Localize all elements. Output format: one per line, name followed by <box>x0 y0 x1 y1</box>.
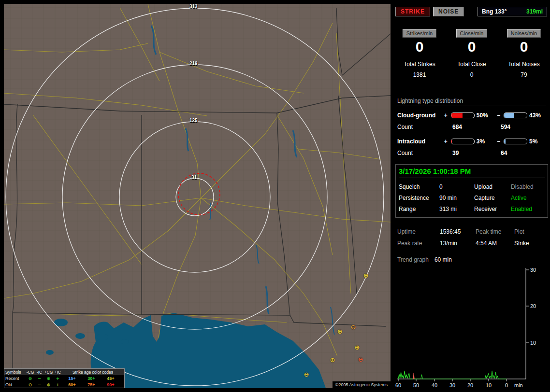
status-box: 3/17/2026 1:00:18 PM Squelch 0 Upload Di… <box>395 164 548 218</box>
plus-sign: + <box>442 138 449 145</box>
ic-plus-bar-fill <box>451 139 452 144</box>
x-tick: 40 <box>432 382 437 388</box>
plus-sign: + <box>442 112 449 119</box>
cg-plus-bar <box>451 112 475 118</box>
age-code: 60+ <box>62 382 82 387</box>
pos-cg-icon: ⊕ <box>44 382 53 387</box>
strike-symbol-cg-plus: ⊕ <box>363 272 369 279</box>
bearing-label: Bng 133° <box>482 8 507 15</box>
legend-symbols-header: Symbols <box>5 370 26 375</box>
strikes-per-min-button[interactable]: Strikes/min <box>403 29 436 38</box>
upload-value: Disabled <box>511 183 545 190</box>
strike-symbol-cg-plus: ⊕ <box>330 356 335 364</box>
cg-plus-bar-fill <box>451 113 463 118</box>
cloud-ground-count-row: Count 684 594 <box>397 124 546 130</box>
capture-value: Active <box>511 195 545 201</box>
peak-time-label: Peak time <box>476 228 514 235</box>
squelch-value: 0 <box>439 183 474 190</box>
strike-layer: ⊕⊕⊖⊕⊕⊖⊖ <box>4 4 391 388</box>
pos-cg-icon: ⊕ <box>44 376 53 381</box>
legend-type-pos-ic: +IC <box>53 370 62 375</box>
ic-plus-count: 39 <box>452 150 501 156</box>
strikes-per-min-value: 0 <box>393 40 446 54</box>
cg-minus-bar-fill <box>504 113 514 118</box>
trend-tick-labels: 30 20 10 60 50 40 30 20 10 0 min <box>395 267 536 388</box>
distribution-title: Lightning type distribution <box>397 98 546 106</box>
noise-mode-button[interactable]: NOISE <box>433 7 464 16</box>
uptime-label: Uptime <box>397 228 440 235</box>
ic-minus-percent: 5% <box>529 138 546 145</box>
strike-symbol-cg-minus: ⊖ <box>358 356 363 363</box>
count-label: Count <box>397 124 452 130</box>
cg-plus-percent: 50% <box>477 112 493 119</box>
legend-header: Symbols -CG -IC +CG +IC Strike age color… <box>4 369 124 375</box>
noises-column: Noises/min 0 Total Noises 79 <box>498 29 550 78</box>
app-window: { "map": { "ring_labels": ["313", "219",… <box>0 0 550 392</box>
age-code: 45+ <box>101 376 120 381</box>
cloud-ground-label: Cloud-ground <box>397 112 440 119</box>
total-strikes-value: 1381 <box>393 71 446 78</box>
upload-label: Upload <box>474 183 511 190</box>
peak-rate-value: 13/min <box>440 240 476 247</box>
copyright-text: ©2005 Astrogenic Systems <box>333 381 391 388</box>
noises-per-min-value: 0 <box>498 40 550 54</box>
x-unit-label: min <box>514 382 523 388</box>
plot-value: Strike <box>514 240 546 247</box>
intracloud-label: Intracloud <box>397 138 440 145</box>
capture-label: Capture <box>474 195 511 201</box>
legend-type-neg-cg: -CG <box>26 370 35 375</box>
legend-recent-label: Recent <box>5 376 26 381</box>
x-tick: 0 <box>505 382 508 388</box>
legend-type-neg-ic: -IC <box>35 370 44 375</box>
trend-graph-label: Trend graph <box>397 256 429 263</box>
age-code: 15+ <box>62 376 82 381</box>
plot-label: Plot <box>514 228 546 235</box>
total-close-label: Total Close <box>446 61 498 68</box>
trend-series-cg <box>413 373 414 379</box>
ic-minus-bar-fill <box>504 139 505 144</box>
x-tick: 60 <box>395 382 401 388</box>
range-label: Range <box>399 206 439 212</box>
ic-plus-bar <box>451 139 475 144</box>
legend-age-header: Strike age color codes <box>62 370 123 375</box>
x-tick: 50 <box>413 382 419 388</box>
intracloud-count-row: Count 39 64 <box>397 150 546 156</box>
ic-minus-bar <box>504 139 527 144</box>
receiver-label: Receiver <box>474 206 511 212</box>
cg-minus-percent: 43% <box>529 112 546 119</box>
peak-rate-label: Peak rate <box>397 240 440 247</box>
close-per-min-button[interactable]: Close/min <box>456 29 488 38</box>
strike-symbol-cg-minus: ⊖ <box>304 371 309 378</box>
y-tick: 10 <box>530 340 536 346</box>
intracloud-row: Intracloud + 3% − 5% <box>397 138 546 145</box>
cg-minus-count: 594 <box>501 124 510 130</box>
strike-mode-button[interactable]: STRIKE <box>395 7 430 16</box>
cg-plus-count: 684 <box>452 124 501 130</box>
strike-symbol-cg-minus: ⊖ <box>351 323 356 331</box>
map-display[interactable]: 313 219 125 31 ⊕⊕⊖⊕⊕⊖⊖ Symbols -CG -IC +… <box>4 4 391 388</box>
cloud-ground-row: Cloud-ground + 50% − 43% <box>397 112 546 119</box>
mode-row: STRIKE NOISE Bng 133° 319mi <box>395 7 547 16</box>
age-code: 90+ <box>101 382 120 387</box>
persistence-label: Persistence <box>399 195 439 201</box>
ic-plus-percent: 3% <box>477 138 493 145</box>
peak-time-value: 4:54 AM <box>476 240 514 247</box>
distribution-section: Lightning type distribution Cloud-ground… <box>397 98 546 156</box>
trend-header: Trend graph 60 min <box>397 256 546 263</box>
stats-section: Uptime 1536:45 Peak time Plot Peak rate … <box>397 228 546 247</box>
ic-minus-count: 64 <box>501 150 507 156</box>
age-code: 30+ <box>82 376 101 381</box>
x-tick: 10 <box>486 382 492 388</box>
x-tick: 30 <box>449 382 455 388</box>
receiver-value: Enabled <box>511 206 545 212</box>
strike-symbol-cg-plus: ⊕ <box>355 344 360 351</box>
y-tick: 30 <box>530 267 536 273</box>
neg-cg-icon: ⊖ <box>26 376 35 381</box>
close-per-min-value: 0 <box>446 40 498 54</box>
cg-minus-bar <box>504 112 527 118</box>
map-legend: Symbols -CG -IC +CG +IC Strike age color… <box>4 368 125 388</box>
noises-per-min-button[interactable]: Noises/min <box>507 29 541 38</box>
strikes-column: Strikes/min 0 Total Strikes 1381 <box>393 29 446 78</box>
trend-graph: 30 20 10 60 50 40 30 20 10 0 min <box>394 266 550 391</box>
minus-sign: − <box>495 138 502 145</box>
